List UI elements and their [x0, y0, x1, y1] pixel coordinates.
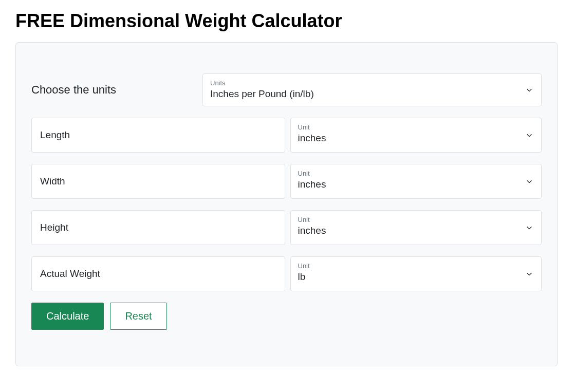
width-input[interactable]: [31, 164, 285, 199]
length-unit-label: Unit: [298, 123, 534, 132]
height-unit-select[interactable]: Unit inches: [290, 210, 542, 245]
length-input[interactable]: [31, 118, 285, 153]
height-unit-value: inches: [298, 224, 534, 238]
units-select[interactable]: Units Inches per Pound (in/lb): [202, 73, 542, 106]
button-row: Calculate Reset: [31, 303, 542, 330]
width-unit-select[interactable]: Unit inches: [290, 164, 542, 199]
width-unit-value: inches: [298, 178, 534, 192]
units-select-label: Units: [210, 79, 534, 87]
page-title: FREE Dimensional Weight Calculator: [15, 10, 559, 32]
chevron-down-icon: [526, 178, 533, 185]
actual-weight-input[interactable]: [31, 256, 285, 291]
weight-unit-select[interactable]: Unit lb: [290, 256, 542, 291]
height-unit-label: Unit: [298, 216, 534, 224]
units-row: Choose the units Units Inches per Pound …: [31, 73, 542, 106]
chevron-down-icon: [526, 132, 533, 139]
chevron-down-icon: [526, 224, 533, 231]
length-unit-value: inches: [298, 132, 534, 145]
length-row: Unit inches: [31, 118, 542, 153]
weight-unit-value: lb: [298, 270, 534, 284]
width-unit-label: Unit: [298, 170, 534, 178]
height-row: Unit inches: [31, 210, 542, 245]
chevron-down-icon: [526, 270, 533, 277]
reset-button[interactable]: Reset: [110, 303, 166, 330]
calculate-button[interactable]: Calculate: [31, 303, 104, 330]
width-row: Unit inches: [31, 164, 542, 199]
calculator-panel: Choose the units Units Inches per Pound …: [15, 42, 558, 366]
weight-row: Unit lb: [31, 256, 542, 291]
height-input[interactable]: [31, 210, 285, 245]
units-select-value: Inches per Pound (in/lb): [210, 87, 534, 101]
units-section-label: Choose the units: [31, 83, 202, 97]
weight-unit-label: Unit: [298, 262, 534, 270]
chevron-down-icon: [526, 86, 533, 94]
length-unit-select[interactable]: Unit inches: [290, 118, 542, 153]
